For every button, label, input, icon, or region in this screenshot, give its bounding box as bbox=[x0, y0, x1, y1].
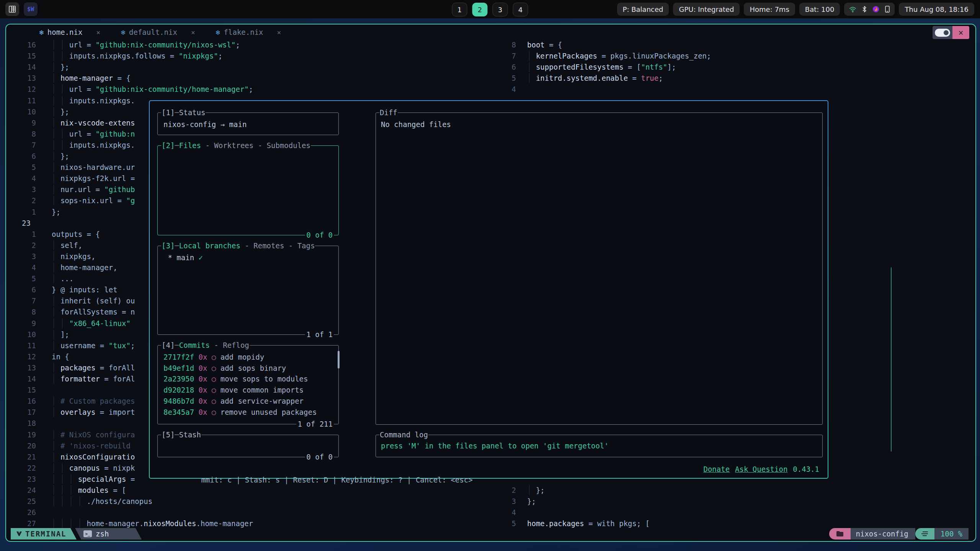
bluetooth-icon bbox=[862, 6, 867, 13]
commit-row[interactable]: 8e345a7 0x ○ remove unused packages bbox=[163, 407, 317, 418]
line-number: 20 bbox=[12, 440, 36, 452]
line-number: 13 bbox=[12, 362, 36, 373]
commit-status-icon: 0x ○ bbox=[199, 397, 220, 405]
line-number: 5 bbox=[12, 162, 36, 173]
module-gpu[interactable]: GPU: Integrated bbox=[673, 3, 740, 16]
branches-other-tabs[interactable]: - Remotes - Tags bbox=[240, 241, 315, 250]
lazygit-link-donate[interactable]: Donate bbox=[703, 465, 730, 473]
branches-count: 1 of 1 bbox=[305, 329, 334, 340]
line-number: 10 bbox=[12, 106, 36, 117]
right-pane-scrollbar[interactable] bbox=[891, 267, 892, 452]
line-number: 4 bbox=[12, 173, 36, 184]
files-other-tabs[interactable]: - Worktrees - Submodules bbox=[201, 141, 310, 150]
commit-row[interactable]: b49ef1d 0x ○ add sops binary bbox=[163, 363, 286, 374]
commit-message: add service-wrapper bbox=[220, 397, 304, 405]
top-status-bar: $W 1234 P: BalancedGPU: IntegratedHome: … bbox=[0, 0, 980, 18]
commit-message: remove unused packages bbox=[220, 408, 317, 416]
commit-status-icon: 0x ○ bbox=[199, 386, 220, 394]
workspace-button-1[interactable]: 1 bbox=[452, 3, 467, 16]
app-launcher-button[interactable] bbox=[5, 2, 19, 16]
line-number: 4 bbox=[501, 507, 516, 518]
code-text: nixosConfiguratio bbox=[52, 452, 135, 463]
command-log-title: Command log bbox=[380, 430, 428, 439]
line-number: 5 bbox=[501, 73, 516, 84]
line-number: 11 bbox=[12, 95, 36, 106]
code-text: forAllSystems = n bbox=[52, 306, 135, 318]
line-number: 7 bbox=[12, 140, 36, 151]
line-number: 8 bbox=[12, 129, 36, 140]
commits-other-tabs[interactable]: - Reflog bbox=[210, 341, 249, 349]
code-text: # 'nixos-rebuild bbox=[52, 440, 131, 452]
branch-row[interactable]: * main ✓ bbox=[163, 252, 203, 263]
scroll-segment[interactable] bbox=[915, 528, 934, 540]
lazygit-command-log-panel[interactable]: Command log press 'M' in the files panel… bbox=[376, 435, 823, 457]
line-number: 2 bbox=[12, 195, 36, 206]
commit-row[interactable]: 9486b7d 0x ○ add service-wrapper bbox=[163, 396, 304, 407]
commit-hash: d920218 bbox=[163, 386, 199, 394]
commit-hash: b49ef1d bbox=[163, 364, 199, 372]
lazygit-commits-panel[interactable]: [4]Commits - Reflog 2717f2f 0x ○ add mop… bbox=[157, 345, 339, 424]
lazygit-popup: [1]Status nixos-config → main [2]Files -… bbox=[149, 100, 828, 479]
keybindings-text: mmit: c | Stash: s | Reset: D | Keybindi… bbox=[201, 476, 472, 484]
code-text: username = "tux"; bbox=[52, 340, 135, 351]
lazygit-status-panel[interactable]: [1]Status nixos-config → main bbox=[157, 112, 339, 135]
module-p[interactable]: P: Balanced bbox=[617, 3, 669, 16]
line-number: 4 bbox=[12, 262, 36, 273]
code-text: nixpkgs-f2k.url = bbox=[52, 173, 135, 184]
line-number: 8 bbox=[12, 306, 36, 318]
code-line: 5 initrd.systemd.enable = true; bbox=[6, 73, 975, 84]
status-panel-number: [1] bbox=[162, 108, 175, 117]
tray-icons[interactable] bbox=[844, 3, 895, 16]
line-number: 5 bbox=[12, 273, 36, 284]
code-text: nur.url = "github bbox=[52, 184, 135, 195]
branches-tab[interactable]: Local branches bbox=[179, 241, 240, 250]
mode-segment[interactable]: TERMINAL bbox=[11, 528, 77, 540]
lazygit-diff-panel[interactable]: Diff No changed files bbox=[376, 112, 823, 425]
code-text: kernelPackages = pkgs.linuxPackages_zen; bbox=[527, 51, 711, 62]
workspace-button-3[interactable]: 3 bbox=[493, 3, 508, 16]
commit-hash: 2a23950 bbox=[163, 375, 199, 383]
commits-tab[interactable]: Commits bbox=[179, 341, 210, 349]
workspace-badge-button[interactable]: $W bbox=[24, 2, 38, 16]
line-number: 23 bbox=[12, 218, 36, 229]
branch-check-icon: ✓ bbox=[199, 253, 203, 262]
line-number: 18 bbox=[12, 418, 36, 429]
zellij-statusline: TERMINAL >_ zsh nixos-config bbox=[6, 528, 975, 540]
mode-label: TERMINAL bbox=[25, 530, 67, 538]
workspace-button-2[interactable]: 2 bbox=[472, 3, 488, 16]
code-text: }; bbox=[52, 207, 60, 218]
module-home[interactable]: Home: 7ms bbox=[744, 3, 795, 16]
lazygit-stash-panel[interactable]: [5]Stash 0 of 0 bbox=[157, 435, 339, 457]
shell-tab[interactable]: >_ zsh bbox=[69, 528, 142, 540]
code-text: } @ inputs: let bbox=[52, 284, 118, 295]
repo-segment[interactable] bbox=[829, 528, 851, 540]
code-text: ... bbox=[52, 273, 74, 284]
line-number: 12 bbox=[12, 351, 36, 362]
stash-tab[interactable]: Stash bbox=[179, 430, 201, 439]
code-line: 6 supportedFilesystems = ["ntfs"]; bbox=[6, 62, 975, 73]
files-tab[interactable]: Files bbox=[179, 141, 201, 150]
lazygit-branches-panel[interactable]: [3]Local branches - Remotes - Tags * mai… bbox=[157, 246, 339, 335]
line-number: 23 bbox=[12, 474, 36, 485]
status-panel-title: Status bbox=[179, 108, 206, 117]
code-text: url = "github:n bbox=[52, 129, 135, 140]
commit-message: add mopidy bbox=[220, 353, 264, 361]
lazygit-files-panel[interactable]: [2]Files - Worktrees - Submodules 0 of 0 bbox=[157, 145, 339, 235]
workspace-button-4[interactable]: 4 bbox=[513, 3, 528, 16]
commit-row[interactable]: 2717f2f 0x ○ add mopidy bbox=[163, 352, 264, 363]
commit-row[interactable]: d920218 0x ○ move common imports bbox=[163, 385, 304, 396]
commits-scrollbar[interactable] bbox=[338, 351, 340, 368]
code-text: formatter = forAl bbox=[52, 373, 135, 385]
files-panel-number: [2] bbox=[162, 141, 175, 150]
lazygit-keybindings-bar: mmit: c | Stash: s | Reset: D | Keybindi… bbox=[157, 464, 819, 474]
line-number: 3 bbox=[12, 251, 36, 262]
code-line: 8boot = { bbox=[6, 39, 975, 51]
lazygit-link-ask-question[interactable]: Ask Question bbox=[735, 465, 787, 473]
line-number: 14 bbox=[12, 373, 36, 385]
code-text: canopus = nixpk bbox=[52, 463, 135, 474]
module-bat[interactable]: Bat: 100 bbox=[799, 3, 840, 16]
clock[interactable]: Thu Aug 08, 18:16 bbox=[899, 3, 974, 16]
code-text: outputs = { bbox=[52, 229, 100, 240]
line-number: 3 bbox=[501, 496, 516, 507]
commit-row[interactable]: 2a23950 0x ○ move sops to modules bbox=[163, 373, 308, 385]
